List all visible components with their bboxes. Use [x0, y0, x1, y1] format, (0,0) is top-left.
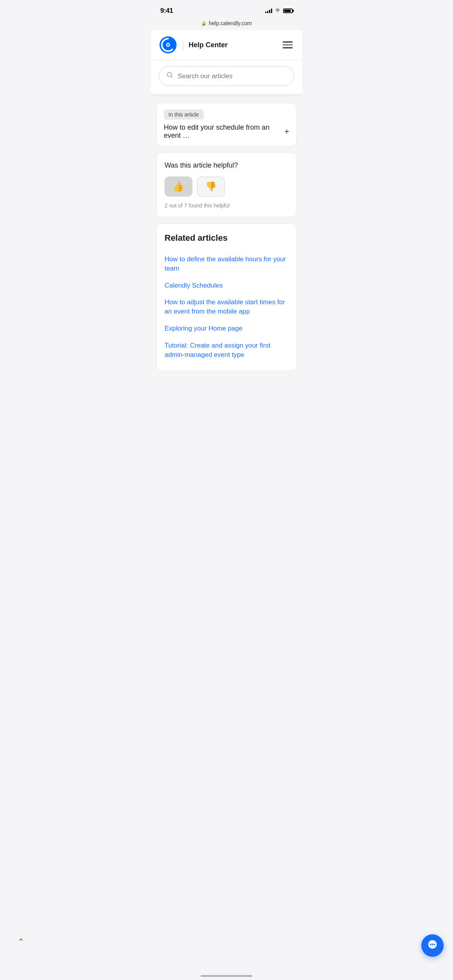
search-icon [166, 71, 174, 81]
search-bar[interactable] [159, 66, 294, 86]
thumbs-up-button[interactable]: 👍 [165, 176, 192, 197]
hamburger-menu-button[interactable] [281, 40, 294, 50]
related-link[interactable]: How to define the available hours for yo… [165, 251, 288, 277]
toc-badge: In this article [164, 110, 204, 120]
related-link[interactable]: Calendly Schedules [165, 277, 288, 294]
calendly-logo-icon [159, 36, 177, 54]
logo-divider [183, 39, 183, 50]
wifi-icon [275, 9, 281, 13]
expand-icon: + [284, 127, 289, 137]
related-articles-card: Related articles How to define the avail… [156, 223, 297, 371]
hamburger-line-1 [283, 41, 293, 43]
helpful-card: Was this article helpful? 👍 👎 2 out of 7… [156, 152, 297, 217]
hamburger-line-2 [283, 45, 293, 46]
signal-bars-icon [265, 9, 272, 13]
svg-point-4 [167, 44, 169, 46]
helpful-buttons: 👍 👎 [165, 176, 288, 197]
search-container [151, 60, 302, 94]
search-input[interactable] [178, 72, 287, 80]
thumbs-down-button[interactable]: 👎 [197, 176, 225, 197]
url-bar: 🔒 help.calendly.com [151, 19, 302, 30]
toc-card: In this article How to edit your schedul… [156, 103, 297, 146]
toc-item[interactable]: How to edit your schedule from an event … [164, 123, 289, 140]
svg-point-0 [277, 12, 278, 12]
status-time: 9:41 [160, 7, 173, 15]
header: Help Center [151, 30, 302, 60]
helpful-question: Was this article helpful? [165, 161, 288, 170]
url-text: help.calendly.com [209, 20, 252, 26]
related-links-list: How to define the available hours for yo… [165, 251, 288, 363]
battery-icon [283, 9, 293, 13]
related-articles-title: Related articles [165, 233, 288, 243]
hamburger-line-3 [283, 47, 293, 48]
help-center-label: Help Center [189, 41, 228, 49]
thumbs-down-icon: 👎 [205, 181, 217, 192]
header-logo: Help Center [159, 36, 228, 54]
related-link[interactable]: Exploring your Home page [165, 320, 288, 337]
section-divider [151, 94, 302, 97]
status-bar: 9:41 [151, 0, 302, 19]
toc-item-text: How to edit your schedule from an event … [164, 123, 281, 140]
related-link[interactable]: How to adjust the available start times … [165, 294, 288, 320]
related-link[interactable]: Tutorial: Create and assign your first a… [165, 337, 288, 363]
helpful-count: 2 out of 7 found this helpful [165, 202, 230, 209]
thumbs-up-icon: 👍 [173, 181, 184, 192]
status-icons [265, 9, 293, 13]
lock-icon: 🔒 [201, 21, 207, 26]
